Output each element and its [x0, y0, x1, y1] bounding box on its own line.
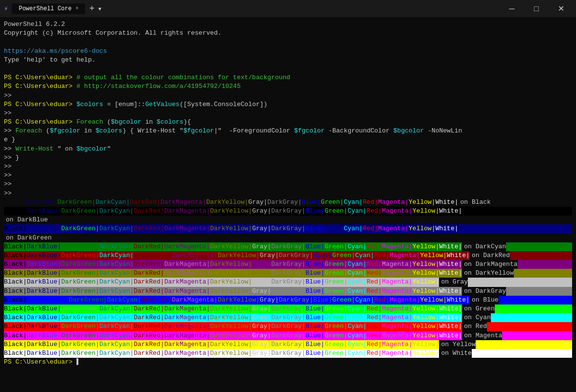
minimize-button[interactable]: ─ [501, 0, 523, 17]
blank4: >> [4, 162, 572, 171]
tab-dropdown-button[interactable]: ▾ [98, 5, 101, 12]
close-tab-button[interactable]: × [75, 6, 78, 11]
row-darkcyan: Black|DarkBlue|DarkGreen|DarkCyan| DarkM… [4, 251, 572, 260]
blank5: >> [4, 171, 572, 180]
label-darkgreen: on DarkGreen [4, 234, 572, 242]
foreach2: >> Foreach ($fgcolor in $colors) { Write… [4, 127, 572, 135]
blank-1 [4, 38, 572, 46]
foreach3: e } [4, 135, 572, 144]
row-darkgreen: Black|DarkBlue|DarkGreen|DarkCyan|DarkRe… [4, 242, 572, 251]
window-controls: ─ □ ✕ [501, 0, 572, 17]
row-blue: Black| DarkGreen|DarkCyan|DarkRed|DarkMa… [4, 296, 572, 305]
label-darkblue: on DarkBlue [4, 216, 572, 224]
version-line: PowerShell 6.2.2 [4, 20, 572, 29]
cmd3-prompt: PS C:\Users\eduar> $colors = [enum]::Get… [4, 100, 572, 109]
row-magenta: Black|DarkBlue|DarkGreen|DarkCyan|DarkRe… [4, 331, 572, 340]
titlebar: ⚡ PowerShell Core × + ▾ ─ □ ✕ [0, 0, 576, 17]
cmd3-result: >> [4, 91, 572, 100]
blank-3: >> [4, 109, 572, 118]
header-row: DarkBlue|DarkGreen|DarkCyan|DarkRed|Dark… [4, 198, 572, 207]
url-line: https://aka.ms/pscore6-docs [4, 47, 572, 56]
row-darkblue: Black|DarkBlue|DarkGreen|DarkCyan|DarkRe… [4, 224, 572, 233]
writehost1: >> Write-Host " on $bgcolor" [4, 145, 572, 153]
powershell-icon: ⚡ [4, 4, 8, 13]
row-cyan: Black|DarkBlue|DarkGreen|DarkCyan|DarkRe… [4, 313, 572, 322]
writehost2: >> } [4, 153, 572, 162]
maximize-button[interactable]: □ [525, 0, 548, 17]
blank6: >> [4, 180, 572, 189]
row-white: Black|DarkBlue|DarkGreen|DarkCyan|DarkRe… [4, 349, 572, 358]
row-red: Black|DarkBlue|DarkGreen|DarkCyan|DarkRe… [4, 322, 572, 331]
row-black: Black|DarkBlue|DarkGreen|DarkCyan|DarkRe… [4, 207, 572, 216]
row-darkmagenta: Black|DarkBlue|DarkGreen|DarkCyan|DarkRe… [4, 260, 572, 269]
terminal-window[interactable]: PowerShell 6.2.2 Copyright (c) Microsoft… [0, 17, 576, 392]
blank-2 [4, 65, 572, 73]
help-line: Type 'help' to get help. [4, 56, 572, 65]
cmd1-prompt: PS C:\Users\eduar> # output all the colo… [4, 73, 572, 82]
foreach1: PS C:\Users\eduar> Foreach ($bgcolor in … [4, 118, 572, 127]
tab-label: PowerShell Core [19, 5, 71, 12]
row-yellow: Black|DarkBlue|DarkGreen|DarkCyan|DarkRe… [4, 340, 572, 349]
blank7: >> [4, 189, 572, 198]
new-tab-button[interactable]: + [89, 3, 94, 14]
row-darkgray: Black|DarkBlue|DarkGreen|DarkCyan|DarkRe… [4, 287, 572, 296]
row-green: Black|DarkBlue|DarkGreen|DarkCyan|DarkRe… [4, 305, 572, 313]
close-window-button[interactable]: ✕ [550, 0, 572, 17]
row-darkyellow: Black|DarkBlue|DarkGreen|DarkCyan|DarkRe… [4, 269, 572, 278]
active-tab[interactable]: PowerShell Core × [12, 3, 85, 14]
cmd2-prompt: PS C:\Users\eduar> # http://stackoverflo… [4, 82, 572, 91]
final-prompt: PS C:\Users\eduar> ▌ [4, 358, 572, 367]
copyright-line: Copyright (c) Microsoft Corporation. All… [4, 29, 572, 38]
row-gray: Black|DarkBlue|DarkGreen|DarkCyan|DarkRe… [4, 278, 572, 286]
